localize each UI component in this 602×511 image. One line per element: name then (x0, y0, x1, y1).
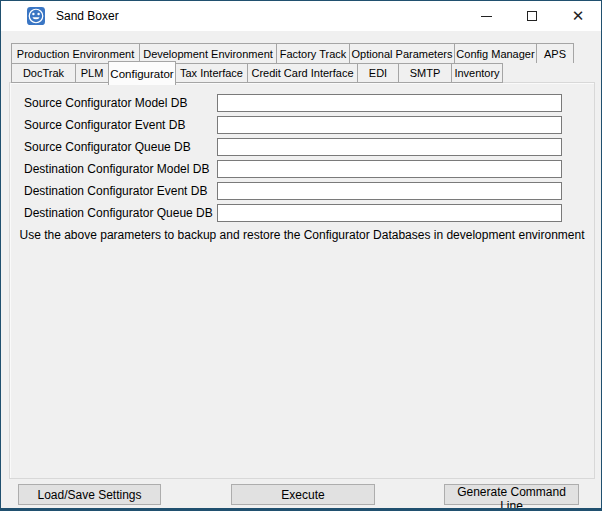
form-row: Source Configurator Model DB (10, 94, 594, 112)
destination-configurator-queue-db-input[interactable] (217, 204, 562, 222)
tab-row-2: DocTrak PLM Configurator Tax Interface C… (11, 63, 574, 83)
form-row: Destination Configurator Queue DB (10, 204, 594, 222)
form-row: Destination Configurator Event DB (10, 182, 594, 200)
titlebar: Sand Boxer ✕ (1, 1, 601, 31)
tab-production-environment[interactable]: Production Environment (11, 43, 140, 63)
configurator-tab-panel: Source Configurator Model DB Source Conf… (9, 82, 595, 479)
tab-inventory[interactable]: Inventory (451, 63, 503, 83)
source-configurator-event-db-label: Source Configurator Event DB (24, 118, 217, 132)
configurator-form: Source Configurator Model DB Source Conf… (10, 83, 594, 222)
tab-optional-parameters[interactable]: Optional Parameters (349, 43, 455, 63)
minimize-icon (481, 16, 492, 17)
form-row: Source Configurator Queue DB (10, 138, 594, 156)
tab-doctrak[interactable]: DocTrak (11, 63, 76, 83)
destination-configurator-event-db-input[interactable] (217, 182, 562, 200)
smiley-app-icon[interactable] (27, 7, 45, 25)
form-row: Source Configurator Event DB (10, 116, 594, 134)
destination-configurator-event-db-label: Destination Configurator Event DB (24, 184, 217, 198)
window-title: Sand Boxer (56, 9, 119, 23)
load-save-settings-button[interactable]: Load/Save Settings (18, 484, 161, 505)
close-icon: ✕ (572, 9, 585, 24)
tab-row-1: Production Environment Development Envir… (11, 43, 574, 63)
tab-edi[interactable]: EDI (357, 63, 399, 83)
tab-factory-track[interactable]: Factory Track (276, 43, 350, 63)
source-configurator-queue-db-input[interactable] (217, 138, 562, 156)
source-configurator-model-db-label: Source Configurator Model DB (24, 96, 217, 110)
caption-buttons: ✕ (463, 1, 601, 31)
maximize-icon (527, 11, 537, 21)
source-configurator-queue-db-label: Source Configurator Queue DB (24, 140, 217, 154)
configurator-note: Use the above parameters to backup and r… (10, 228, 594, 242)
tab-development-environment[interactable]: Development Environment (139, 43, 277, 63)
close-button[interactable]: ✕ (555, 1, 601, 31)
destination-configurator-queue-db-label: Destination Configurator Queue DB (24, 206, 217, 220)
minimize-button[interactable] (463, 1, 509, 31)
app-window: Sand Boxer ✕ Production Environment Deve… (0, 0, 602, 511)
tab-aps[interactable]: APS (536, 43, 574, 63)
destination-configurator-model-db-input[interactable] (217, 160, 562, 178)
tab-plm[interactable]: PLM (75, 63, 109, 83)
source-configurator-event-db-input[interactable] (217, 116, 562, 134)
tab-credit-card-interface[interactable]: Credit Card Interface (247, 63, 358, 83)
tab-config-manager[interactable]: Config Manager (454, 43, 537, 63)
execute-button[interactable]: Execute (231, 484, 375, 505)
tab-tax-interface[interactable]: Tax Interface (175, 63, 248, 83)
maximize-button[interactable] (509, 1, 555, 31)
source-configurator-model-db-input[interactable] (217, 94, 562, 112)
generate-command-line-button[interactable]: Generate Command Line (444, 484, 579, 505)
form-row: Destination Configurator Model DB (10, 160, 594, 178)
tab-smtp[interactable]: SMTP (398, 63, 452, 83)
tab-strip: Production Environment Development Envir… (11, 43, 574, 83)
tab-configurator[interactable]: Configurator (108, 61, 176, 85)
destination-configurator-model-db-label: Destination Configurator Model DB (24, 162, 217, 176)
